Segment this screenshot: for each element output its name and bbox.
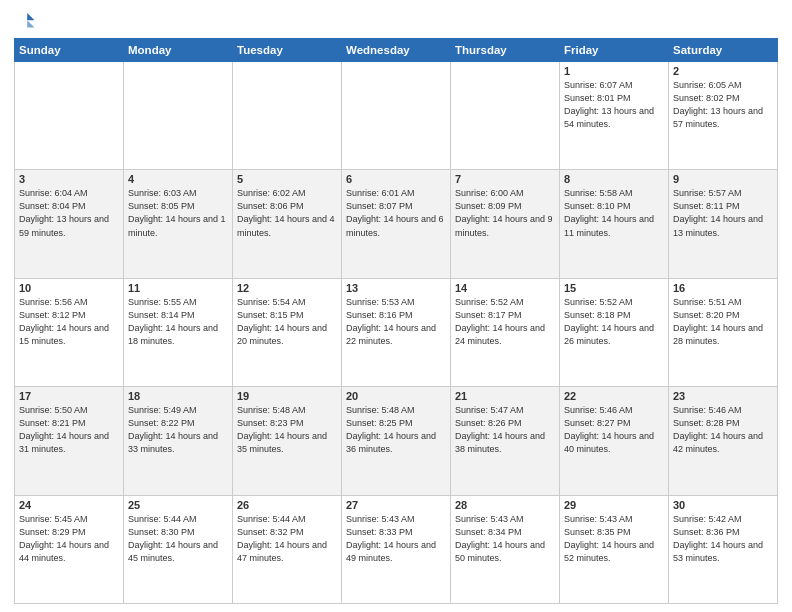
calendar-cell (124, 62, 233, 170)
day-number: 9 (673, 173, 773, 185)
day-number: 24 (19, 499, 119, 511)
day-number: 11 (128, 282, 228, 294)
calendar-table: SundayMondayTuesdayWednesdayThursdayFrid… (14, 38, 778, 604)
day-number: 29 (564, 499, 664, 511)
day-number: 19 (237, 390, 337, 402)
day-number: 21 (455, 390, 555, 402)
calendar-cell: 15Sunrise: 5:52 AM Sunset: 8:18 PM Dayli… (560, 278, 669, 386)
calendar-cell: 20Sunrise: 5:48 AM Sunset: 8:25 PM Dayli… (342, 387, 451, 495)
calendar-cell: 5Sunrise: 6:02 AM Sunset: 8:06 PM Daylig… (233, 170, 342, 278)
calendar-cell: 30Sunrise: 5:42 AM Sunset: 8:36 PM Dayli… (669, 495, 778, 603)
day-number: 8 (564, 173, 664, 185)
calendar-cell: 12Sunrise: 5:54 AM Sunset: 8:15 PM Dayli… (233, 278, 342, 386)
day-info: Sunrise: 5:46 AM Sunset: 8:28 PM Dayligh… (673, 404, 773, 456)
calendar-header-row: SundayMondayTuesdayWednesdayThursdayFrid… (15, 39, 778, 62)
calendar-cell: 29Sunrise: 5:43 AM Sunset: 8:35 PM Dayli… (560, 495, 669, 603)
day-number: 26 (237, 499, 337, 511)
calendar-cell: 7Sunrise: 6:00 AM Sunset: 8:09 PM Daylig… (451, 170, 560, 278)
calendar-header-saturday: Saturday (669, 39, 778, 62)
calendar-cell: 16Sunrise: 5:51 AM Sunset: 8:20 PM Dayli… (669, 278, 778, 386)
calendar-header-monday: Monday (124, 39, 233, 62)
day-number: 2 (673, 65, 773, 77)
day-info: Sunrise: 5:53 AM Sunset: 8:16 PM Dayligh… (346, 296, 446, 348)
day-info: Sunrise: 5:44 AM Sunset: 8:30 PM Dayligh… (128, 513, 228, 565)
calendar-header-sunday: Sunday (15, 39, 124, 62)
day-info: Sunrise: 5:44 AM Sunset: 8:32 PM Dayligh… (237, 513, 337, 565)
calendar-cell: 1Sunrise: 6:07 AM Sunset: 8:01 PM Daylig… (560, 62, 669, 170)
day-number: 23 (673, 390, 773, 402)
day-info: Sunrise: 6:01 AM Sunset: 8:07 PM Dayligh… (346, 187, 446, 239)
calendar-cell: 3Sunrise: 6:04 AM Sunset: 8:04 PM Daylig… (15, 170, 124, 278)
calendar-cell: 22Sunrise: 5:46 AM Sunset: 8:27 PM Dayli… (560, 387, 669, 495)
day-info: Sunrise: 5:58 AM Sunset: 8:10 PM Dayligh… (564, 187, 664, 239)
calendar-week-1: 1Sunrise: 6:07 AM Sunset: 8:01 PM Daylig… (15, 62, 778, 170)
calendar-header-thursday: Thursday (451, 39, 560, 62)
day-number: 27 (346, 499, 446, 511)
day-info: Sunrise: 5:43 AM Sunset: 8:35 PM Dayligh… (564, 513, 664, 565)
day-number: 3 (19, 173, 119, 185)
calendar-cell (233, 62, 342, 170)
day-info: Sunrise: 5:43 AM Sunset: 8:34 PM Dayligh… (455, 513, 555, 565)
day-info: Sunrise: 5:48 AM Sunset: 8:25 PM Dayligh… (346, 404, 446, 456)
header (14, 10, 778, 32)
day-info: Sunrise: 5:56 AM Sunset: 8:12 PM Dayligh… (19, 296, 119, 348)
calendar-header-wednesday: Wednesday (342, 39, 451, 62)
calendar-cell: 2Sunrise: 6:05 AM Sunset: 8:02 PM Daylig… (669, 62, 778, 170)
calendar-cell: 14Sunrise: 5:52 AM Sunset: 8:17 PM Dayli… (451, 278, 560, 386)
day-number: 15 (564, 282, 664, 294)
calendar-header-friday: Friday (560, 39, 669, 62)
calendar-header-tuesday: Tuesday (233, 39, 342, 62)
day-number: 20 (346, 390, 446, 402)
svg-marker-0 (27, 13, 34, 20)
page: SundayMondayTuesdayWednesdayThursdayFrid… (0, 0, 792, 612)
calendar-cell: 26Sunrise: 5:44 AM Sunset: 8:32 PM Dayli… (233, 495, 342, 603)
calendar-cell: 17Sunrise: 5:50 AM Sunset: 8:21 PM Dayli… (15, 387, 124, 495)
calendar-week-2: 3Sunrise: 6:04 AM Sunset: 8:04 PM Daylig… (15, 170, 778, 278)
logo (14, 10, 38, 32)
day-info: Sunrise: 5:42 AM Sunset: 8:36 PM Dayligh… (673, 513, 773, 565)
day-number: 6 (346, 173, 446, 185)
day-number: 30 (673, 499, 773, 511)
day-info: Sunrise: 5:55 AM Sunset: 8:14 PM Dayligh… (128, 296, 228, 348)
day-number: 16 (673, 282, 773, 294)
day-info: Sunrise: 6:00 AM Sunset: 8:09 PM Dayligh… (455, 187, 555, 239)
calendar-cell: 9Sunrise: 5:57 AM Sunset: 8:11 PM Daylig… (669, 170, 778, 278)
day-info: Sunrise: 6:04 AM Sunset: 8:04 PM Dayligh… (19, 187, 119, 239)
day-number: 28 (455, 499, 555, 511)
day-number: 25 (128, 499, 228, 511)
calendar-cell: 25Sunrise: 5:44 AM Sunset: 8:30 PM Dayli… (124, 495, 233, 603)
svg-marker-1 (27, 20, 34, 27)
day-number: 18 (128, 390, 228, 402)
day-number: 14 (455, 282, 555, 294)
day-info: Sunrise: 6:02 AM Sunset: 8:06 PM Dayligh… (237, 187, 337, 239)
day-info: Sunrise: 6:03 AM Sunset: 8:05 PM Dayligh… (128, 187, 228, 239)
day-info: Sunrise: 5:57 AM Sunset: 8:11 PM Dayligh… (673, 187, 773, 239)
day-number: 1 (564, 65, 664, 77)
day-number: 13 (346, 282, 446, 294)
day-info: Sunrise: 6:07 AM Sunset: 8:01 PM Dayligh… (564, 79, 664, 131)
calendar-cell (451, 62, 560, 170)
day-number: 10 (19, 282, 119, 294)
day-info: Sunrise: 5:49 AM Sunset: 8:22 PM Dayligh… (128, 404, 228, 456)
calendar-week-4: 17Sunrise: 5:50 AM Sunset: 8:21 PM Dayli… (15, 387, 778, 495)
calendar-cell: 6Sunrise: 6:01 AM Sunset: 8:07 PM Daylig… (342, 170, 451, 278)
day-info: Sunrise: 5:50 AM Sunset: 8:21 PM Dayligh… (19, 404, 119, 456)
day-number: 22 (564, 390, 664, 402)
day-info: Sunrise: 5:52 AM Sunset: 8:18 PM Dayligh… (564, 296, 664, 348)
calendar-cell: 4Sunrise: 6:03 AM Sunset: 8:05 PM Daylig… (124, 170, 233, 278)
calendar-cell: 21Sunrise: 5:47 AM Sunset: 8:26 PM Dayli… (451, 387, 560, 495)
day-number: 17 (19, 390, 119, 402)
day-info: Sunrise: 5:47 AM Sunset: 8:26 PM Dayligh… (455, 404, 555, 456)
day-info: Sunrise: 5:43 AM Sunset: 8:33 PM Dayligh… (346, 513, 446, 565)
day-number: 7 (455, 173, 555, 185)
day-info: Sunrise: 5:54 AM Sunset: 8:15 PM Dayligh… (237, 296, 337, 348)
calendar-cell: 8Sunrise: 5:58 AM Sunset: 8:10 PM Daylig… (560, 170, 669, 278)
day-info: Sunrise: 5:45 AM Sunset: 8:29 PM Dayligh… (19, 513, 119, 565)
calendar-cell: 13Sunrise: 5:53 AM Sunset: 8:16 PM Dayli… (342, 278, 451, 386)
day-number: 12 (237, 282, 337, 294)
calendar-cell: 10Sunrise: 5:56 AM Sunset: 8:12 PM Dayli… (15, 278, 124, 386)
calendar-cell: 11Sunrise: 5:55 AM Sunset: 8:14 PM Dayli… (124, 278, 233, 386)
calendar-cell: 28Sunrise: 5:43 AM Sunset: 8:34 PM Dayli… (451, 495, 560, 603)
calendar-cell: 18Sunrise: 5:49 AM Sunset: 8:22 PM Dayli… (124, 387, 233, 495)
day-number: 4 (128, 173, 228, 185)
